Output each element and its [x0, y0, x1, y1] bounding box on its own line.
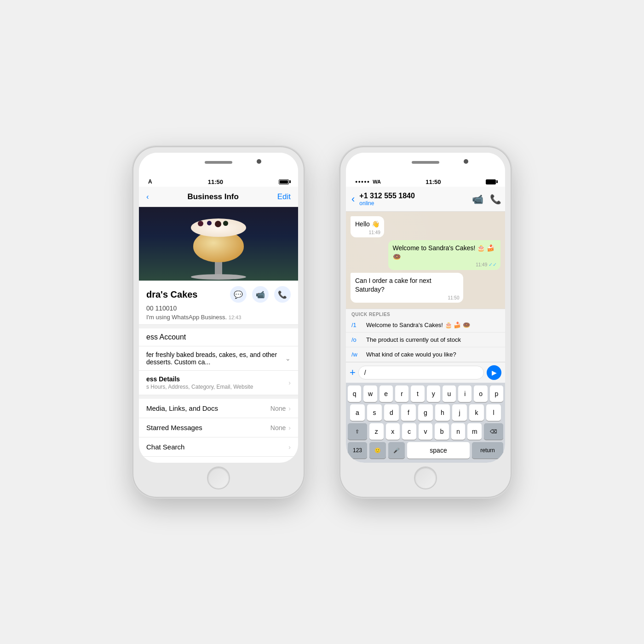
- key-x[interactable]: x: [386, 423, 400, 440]
- starred-messages-label: Starred Messages: [146, 424, 202, 431]
- key-m[interactable]: m: [467, 423, 482, 440]
- time-right: 11:50: [426, 178, 441, 185]
- quick-reply-3-shortcut: /w: [351, 351, 362, 358]
- front-camera: [257, 159, 261, 164]
- key-h[interactable]: h: [435, 404, 450, 421]
- description-row: fer freshly baked breads, cakes, es, and…: [139, 346, 298, 371]
- quick-reply-1-text: Welcome to Sandra's Cakes! 🎂 🍰 🍩: [366, 322, 470, 328]
- business-account-row: ess Account: [139, 328, 298, 346]
- chat-area: Hello 👋 11:49 Welcome to Sandra's Cakes!…: [346, 212, 505, 309]
- key-c[interactable]: c: [402, 423, 416, 440]
- key-g[interactable]: g: [418, 404, 433, 421]
- ticks-icon: ✓✓: [489, 262, 497, 267]
- key-t[interactable]: t: [411, 385, 424, 402]
- starred-messages-row[interactable]: Starred Messages None ›: [139, 418, 298, 437]
- message-2-text: Welcome to Sandra's Cakes! 🎂 🍰 🍩: [393, 244, 495, 261]
- business-details-title: ess Details: [146, 375, 253, 383]
- left-phone: A 11:50 ‹ Business Info Edit: [133, 147, 304, 497]
- section-divider-1: [139, 325, 298, 328]
- video-button[interactable]: 📹: [252, 286, 269, 303]
- phone-top-bar: [139, 153, 298, 177]
- key-b[interactable]: b: [435, 423, 449, 440]
- business-account-label: ess Account: [146, 333, 186, 341]
- key-s[interactable]: s: [367, 404, 382, 421]
- voice-call-icon[interactable]: 📞: [490, 194, 501, 205]
- quick-replies-label: QUICK REPLIES: [346, 309, 505, 318]
- key-r[interactable]: r: [395, 385, 408, 402]
- chat-nav-actions: 📹 📞: [472, 194, 501, 205]
- message-1-time: 11:49: [369, 230, 380, 236]
- key-u[interactable]: u: [443, 385, 456, 402]
- key-z[interactable]: z: [369, 423, 384, 440]
- call-button[interactable]: 📞: [274, 286, 291, 303]
- space-key[interactable]: space: [407, 442, 470, 459]
- media-links-row[interactable]: Media, Links, and Docs None ›: [139, 399, 298, 418]
- numbers-key[interactable]: 123: [348, 442, 367, 459]
- plus-icon[interactable]: +: [350, 367, 356, 379]
- key-w[interactable]: w: [363, 385, 377, 402]
- message-2-time: 11:49 ✓✓: [476, 261, 497, 268]
- quick-reply-2[interactable]: /o The product is currently out of stock: [346, 333, 505, 347]
- video-call-icon[interactable]: 📹: [472, 194, 483, 205]
- carrier-right: WA: [373, 179, 381, 184]
- chevron-right-icon-starred: ›: [288, 424, 291, 431]
- home-button-right[interactable]: [414, 466, 437, 489]
- action-buttons: 💬 📹 📞: [230, 286, 291, 303]
- key-e[interactable]: e: [380, 385, 393, 402]
- chat-search-label: Chat Search: [146, 443, 184, 451]
- key-j[interactable]: j: [452, 404, 467, 421]
- message-3-time: 11:50: [448, 295, 459, 301]
- battery-left: [279, 179, 289, 184]
- key-d[interactable]: d: [384, 404, 399, 421]
- business-status: I'm using WhatsApp Business. 12:43: [146, 314, 291, 321]
- send-button[interactable]: ▶: [487, 365, 501, 380]
- key-l[interactable]: l: [486, 404, 501, 421]
- keyboard-row-2: a s d f g h j k l: [348, 404, 503, 421]
- key-i[interactable]: i: [458, 385, 472, 402]
- quick-reply-3[interactable]: /w What kind of cake would you like?: [346, 347, 505, 362]
- return-key[interactable]: return: [472, 442, 503, 459]
- back-button-left[interactable]: ‹: [146, 192, 149, 201]
- media-links-label: Media, Links, and Docs: [146, 404, 218, 412]
- mic-key[interactable]: 🎤: [388, 442, 405, 459]
- message-button[interactable]: 💬: [230, 286, 247, 303]
- chat-search-row[interactable]: Chat Search ›: [139, 437, 298, 457]
- chevron-right-icon-media: ›: [288, 405, 291, 412]
- carrier-left: A: [148, 178, 152, 185]
- status-bar-left: A 11:50: [139, 177, 298, 187]
- quick-reply-2-text: The product is currently out of stock: [366, 336, 461, 343]
- chat-nav: ‹ +1 312 555 1840 online 📹 📞: [346, 187, 505, 212]
- section-divider-2: [139, 395, 298, 399]
- key-o[interactable]: o: [474, 385, 487, 402]
- key-k[interactable]: k: [469, 404, 484, 421]
- key-n[interactable]: n: [451, 423, 466, 440]
- message-2: Welcome to Sandra's Cakes! 🎂 🍰 🍩 11:49 ✓…: [388, 240, 501, 270]
- business-cover-image: [139, 207, 298, 281]
- delete-key[interactable]: ⌫: [484, 423, 503, 440]
- key-f[interactable]: f: [401, 404, 416, 421]
- home-button-left[interactable]: [207, 466, 230, 489]
- emoji-key[interactable]: 🙂: [369, 442, 386, 459]
- message-input[interactable]: /: [358, 366, 484, 380]
- chat-back-button[interactable]: ‹: [350, 193, 356, 205]
- chat-contact-name: +1 312 555 1840: [359, 192, 469, 200]
- chat-contact-info: +1 312 555 1840 online: [359, 192, 469, 207]
- key-p[interactable]: p: [490, 385, 503, 402]
- quick-reply-2-shortcut: /o: [351, 336, 362, 343]
- edit-button[interactable]: Edit: [277, 192, 291, 201]
- business-details-row[interactable]: ess Details s Hours, Address, Category, …: [139, 371, 298, 395]
- speaker: [205, 161, 232, 164]
- message-3: Can I order a cake for next Saturday? 11…: [351, 273, 463, 303]
- quick-reply-1[interactable]: /1 Welcome to Sandra's Cakes! 🎂 🍰 🍩: [346, 318, 505, 333]
- key-y[interactable]: y: [427, 385, 440, 402]
- input-bar: + / ▶: [346, 362, 505, 383]
- nav-title-left: Business Info: [187, 192, 238, 201]
- message-3-text: Can I order a cake for next Saturday?: [355, 277, 431, 293]
- chevron-down-icon[interactable]: ⌄: [285, 355, 291, 362]
- key-q[interactable]: q: [348, 385, 361, 402]
- key-v[interactable]: v: [419, 423, 433, 440]
- business-info-section: dra's Cakes 💬 📹 📞 00 110010 I'm using Wh…: [139, 281, 298, 325]
- quick-reply-1-shortcut: /1: [351, 322, 362, 328]
- key-a[interactable]: a: [350, 404, 365, 421]
- shift-key[interactable]: ⇧: [348, 423, 367, 440]
